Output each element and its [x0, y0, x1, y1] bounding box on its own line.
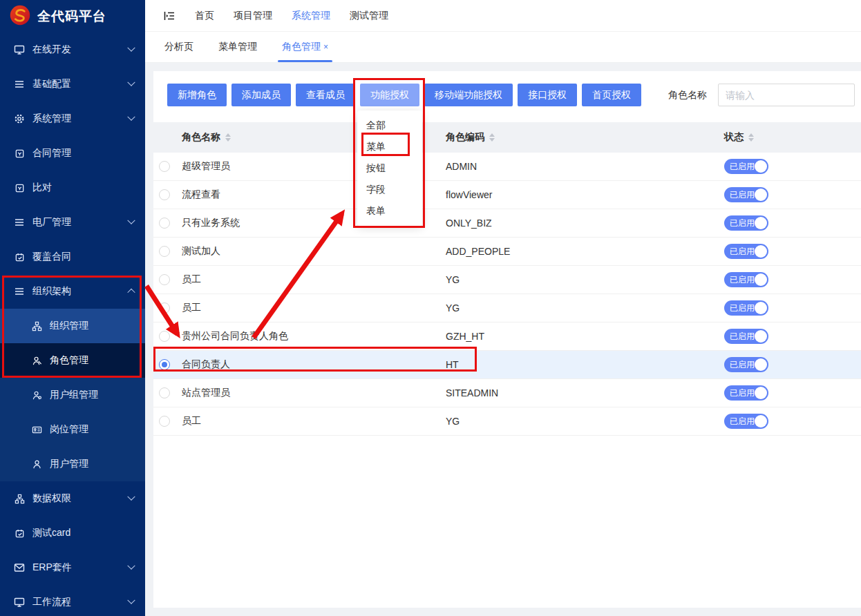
- view-members-button[interactable]: 查看成员: [296, 84, 355, 106]
- sort-icon[interactable]: [489, 133, 495, 142]
- table-row[interactable]: 测试加人 ADD_PEOPLE 已启用: [153, 238, 861, 266]
- status-toggle[interactable]: 已启用: [724, 272, 768, 287]
- table-row[interactable]: 员工 YG 已启用: [153, 407, 861, 436]
- function-auth-button[interactable]: 功能授权: [360, 84, 419, 106]
- sidebar-item-compare[interactable]: 比对: [0, 171, 145, 205]
- add-role-button[interactable]: 新增角色: [167, 84, 227, 106]
- gear-icon: [13, 113, 26, 125]
- close-icon[interactable]: ×: [323, 42, 328, 52]
- status-toggle[interactable]: 已启用: [724, 385, 768, 401]
- topnav-item-home[interactable]: 首页: [195, 10, 214, 22]
- menu-fold-icon[interactable]: [163, 10, 176, 22]
- monitor-icon: [13, 596, 26, 608]
- dropdown-item-field[interactable]: 字段: [357, 179, 422, 200]
- row-radio[interactable]: [159, 246, 170, 257]
- sidebar-submenu-org: 组织管理 角色管理 用户组管理 岗位管理 用户管理: [0, 309, 145, 481]
- homepage-auth-button[interactable]: 首页授权: [582, 84, 641, 106]
- sidebar-item-erp-suite[interactable]: ERP套件: [0, 550, 145, 585]
- topnav-item-project-mgmt[interactable]: 项目管理: [234, 10, 272, 22]
- sidebar-item-org-mgmt[interactable]: 组织管理: [0, 309, 145, 343]
- sidebar-item-data-permission[interactable]: 数据权限: [0, 481, 145, 516]
- status-toggle[interactable]: 已启用: [724, 187, 768, 202]
- row-radio[interactable]: [159, 161, 170, 172]
- contract-doc-icon: [13, 182, 26, 194]
- table-row[interactable]: 流程查看 flowViewer 已启用: [153, 181, 861, 209]
- status-toggle[interactable]: 已启用: [724, 159, 768, 174]
- sidebar-item-user-mgmt[interactable]: 用户管理: [0, 447, 145, 481]
- sidebar-item-role-mgmt[interactable]: 角色管理: [0, 343, 145, 378]
- content-card: 新增角色 添加成员 查看成员 功能授权 移动端功能授权 接口授权 首页授权 角色…: [153, 71, 861, 608]
- chevron-down-icon: [127, 217, 135, 224]
- row-radio[interactable]: [159, 218, 170, 229]
- row-radio[interactable]: [159, 274, 170, 285]
- contract-doc-icon: [13, 147, 26, 160]
- org-tree-icon: [30, 320, 43, 332]
- status-toggle[interactable]: 已启用: [724, 414, 768, 429]
- sort-icon[interactable]: [748, 133, 754, 142]
- row-radio[interactable]: [159, 331, 170, 342]
- add-member-button[interactable]: 添加成员: [231, 84, 291, 106]
- status-toggle[interactable]: 已启用: [724, 300, 768, 316]
- sidebar: 全代码平台 在线开发 基础配置 系统管理 合同管理 比对 电厂管理 覆盖合同 组…: [0, 0, 145, 616]
- table-row-selected[interactable]: 合同负责人 HT 已启用: [153, 351, 861, 379]
- row-radio[interactable]: [159, 302, 170, 314]
- chevron-down-icon: [127, 44, 135, 52]
- sidebar-item-contract-mgmt[interactable]: 合同管理: [0, 136, 145, 171]
- sidebar-item-user-group-mgmt[interactable]: 用户组管理: [0, 378, 145, 412]
- dropdown-item-menu[interactable]: 菜单: [357, 136, 422, 157]
- status-toggle[interactable]: 已启用: [724, 357, 768, 372]
- sidebar-item-org-structure[interactable]: 组织架构: [0, 274, 145, 309]
- sort-icon[interactable]: [225, 133, 231, 142]
- sidebar-item-plant-mgmt[interactable]: 电厂管理: [0, 205, 145, 240]
- chevron-up-icon: [127, 289, 135, 296]
- roles-table: 角色名称 角色编码 状态 超级管理员 ADMIN 已启用 流程查看: [153, 122, 861, 436]
- dropdown-item-button[interactable]: 按钮: [357, 157, 422, 179]
- org-tree-icon: [13, 492, 26, 505]
- menu-lines-icon: [13, 216, 26, 229]
- topnav-item-system-mgmt[interactable]: 系统管理: [292, 10, 330, 22]
- menu-lines-icon: [13, 78, 26, 90]
- table-row[interactable]: 贵州公司合同负责人角色 GZH_HT 已启用: [153, 323, 861, 351]
- chevron-down-icon: [127, 597, 135, 604]
- sidebar-item-base-config[interactable]: 基础配置: [0, 67, 145, 102]
- mobile-function-auth-button[interactable]: 移动端功能授权: [424, 84, 513, 106]
- tab-analysis[interactable]: 分析页: [164, 32, 193, 62]
- sidebar-item-online-dev[interactable]: 在线开发: [0, 32, 145, 67]
- status-toggle[interactable]: 已启用: [724, 329, 768, 344]
- sidebar-item-workflow[interactable]: 工作流程: [0, 585, 145, 616]
- sidebar-item-system-mgmt[interactable]: 系统管理: [0, 102, 145, 136]
- logo-swirl-coin-icon: [9, 4, 31, 29]
- function-auth-dropdown: 全部 菜单 按钮 字段 表单: [357, 110, 422, 226]
- sidebar-item-test-card[interactable]: 测试card: [0, 516, 145, 550]
- table-row[interactable]: 站点管理员 SITEADMIN 已启用: [153, 379, 861, 407]
- chevron-down-icon: [127, 493, 135, 501]
- tab-role-mgmt[interactable]: 角色管理 ×: [282, 32, 328, 62]
- api-auth-button[interactable]: 接口授权: [518, 84, 577, 106]
- sidebar-item-post-mgmt[interactable]: 岗位管理: [0, 412, 145, 447]
- dropdown-item-all[interactable]: 全部: [357, 115, 422, 136]
- row-radio-selected[interactable]: [159, 359, 170, 370]
- calendar-icon: [13, 251, 26, 263]
- table-row[interactable]: 员工 YG 已启用: [153, 266, 861, 294]
- app-logo: 全代码平台: [0, 0, 145, 32]
- table-header-row: 角色名称 角色编码 状态: [153, 122, 861, 153]
- row-radio[interactable]: [159, 416, 170, 427]
- chevron-down-icon: [127, 79, 135, 86]
- header-role-code: 角色编码: [446, 131, 724, 144]
- dropdown-item-form[interactable]: 表单: [357, 200, 422, 222]
- table-row[interactable]: 只有业务系统 ONLY_BIZ 已启用: [153, 209, 861, 238]
- sidebar-item-cover-contract[interactable]: 覆盖合同: [0, 240, 145, 274]
- user-icon: [30, 458, 43, 470]
- role-name-search-label: 角色名称: [668, 89, 707, 102]
- row-radio[interactable]: [159, 189, 170, 200]
- calendar-icon: [13, 527, 26, 539]
- table-row[interactable]: 员工 YG 已启用: [153, 294, 861, 323]
- table-row[interactable]: 超级管理员 ADMIN 已启用: [153, 153, 861, 181]
- header-status: 状态: [724, 131, 861, 144]
- topnav-item-test-mgmt[interactable]: 测试管理: [350, 10, 388, 22]
- status-toggle[interactable]: 已启用: [724, 244, 768, 259]
- tab-menu-mgmt[interactable]: 菜单管理: [218, 32, 257, 62]
- status-toggle[interactable]: 已启用: [724, 215, 768, 231]
- row-radio[interactable]: [159, 387, 170, 398]
- role-name-search-input[interactable]: [718, 84, 855, 106]
